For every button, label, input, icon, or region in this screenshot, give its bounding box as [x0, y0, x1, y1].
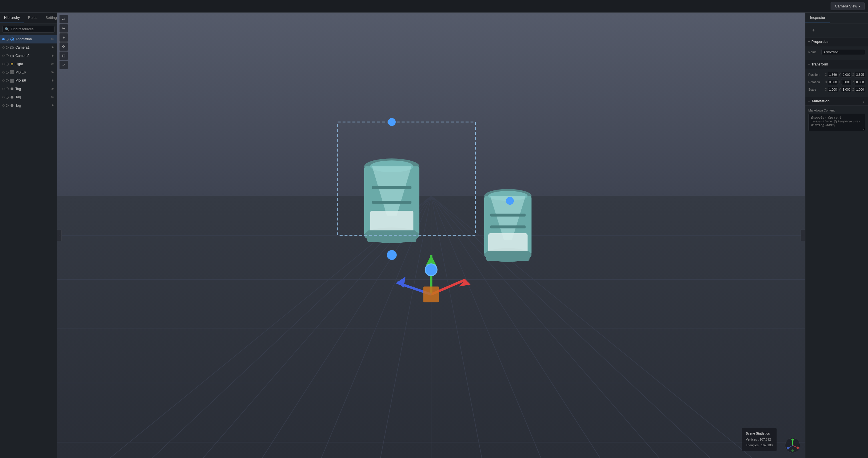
markdown-textarea[interactable]: [808, 114, 865, 131]
visibility-circle: [6, 79, 8, 82]
svg-rect-57: [484, 196, 531, 255]
active-indicator: [2, 55, 5, 57]
scale-z-input[interactable]: [855, 87, 865, 92]
move-icon: ✛: [62, 44, 65, 49]
mixer-icon: [10, 70, 14, 75]
svg-rect-63: [488, 233, 528, 255]
triangles-row: Triangles : 162,180: [746, 442, 773, 448]
svg-point-76: [425, 264, 437, 276]
scale-x-input[interactable]: [828, 87, 838, 92]
list-item[interactable]: MIXER 👁: [0, 68, 57, 77]
active-indicator: [2, 38, 5, 40]
transform-section-header[interactable]: ▾ Transform: [805, 60, 868, 69]
item-label: Tag: [16, 95, 49, 99]
name-row: Name: [808, 49, 865, 55]
viewport[interactable]: ↩ ↪ + ✛ ⊟ ⤢ ‹ › S: [57, 12, 805, 458]
visibility-toggle[interactable]: 👁: [50, 78, 55, 83]
svg-rect-54: [370, 211, 413, 235]
visibility-toggle[interactable]: 👁: [50, 103, 55, 108]
undo-button[interactable]: ↩: [59, 15, 68, 24]
position-y-input[interactable]: [841, 72, 851, 78]
annotation-section-header[interactable]: ▾ Annotation ⋮: [805, 97, 868, 106]
svg-rect-52: [372, 186, 411, 189]
tab-inspector[interactable]: Inspector: [805, 12, 830, 23]
svg-line-69: [431, 280, 466, 294]
svg-point-81: [797, 447, 799, 449]
main-layout: Hierarchy Rules Settings 🔍: [0, 12, 868, 458]
svg-rect-27: [57, 196, 805, 458]
active-indicator: [2, 63, 5, 65]
list-item[interactable]: Camera2 👁: [0, 52, 57, 60]
svg-line-40: [431, 196, 805, 458]
list-item[interactable]: Tag 👁: [0, 102, 57, 110]
rotation-row: Rotation X Y Z: [808, 79, 865, 85]
svg-point-66: [388, 118, 396, 126]
active-indicator: [2, 88, 5, 90]
orientation-gizmo: [784, 437, 801, 453]
expand-right-button[interactable]: ›: [801, 230, 805, 241]
add-button[interactable]: +: [59, 33, 68, 42]
search-input[interactable]: [11, 27, 52, 31]
camera-icon: [10, 54, 14, 58]
tag-icon: [10, 87, 14, 91]
visibility-circle: [6, 87, 8, 90]
tab-rules[interactable]: Rules: [24, 12, 41, 23]
svg-point-68: [506, 197, 514, 205]
list-item[interactable]: Tag 👁: [0, 85, 57, 93]
redo-icon: ↪: [62, 26, 65, 31]
svg-line-28: [57, 196, 431, 458]
add-component-button[interactable]: +: [809, 26, 817, 34]
svg-line-31: [234, 196, 431, 458]
visibility-toggle[interactable]: 👁: [50, 70, 55, 75]
svg-rect-55: [367, 230, 416, 242]
svg-rect-20: [12, 79, 14, 80]
list-item[interactable]: Camera1 👁: [0, 44, 57, 52]
rotation-x-input[interactable]: [828, 79, 838, 85]
list-item[interactable]: Light 👁: [0, 60, 57, 68]
svg-point-83: [787, 447, 789, 450]
visibility-toggle[interactable]: 👁: [50, 95, 55, 99]
visibility-toggle[interactable]: 👁: [50, 62, 55, 66]
svg-rect-19: [10, 79, 12, 80]
panel-tabs: Hierarchy Rules Settings: [0, 12, 57, 24]
scale-inputs: X Y Z: [825, 87, 865, 92]
undo-icon: ↩: [62, 17, 65, 22]
delete-button[interactable]: ⊟: [59, 52, 68, 60]
visibility-toggle[interactable]: 👁: [50, 87, 55, 91]
visibility-toggle[interactable]: 👁: [50, 45, 55, 50]
active-indicator: [2, 80, 5, 82]
name-input[interactable]: [822, 49, 865, 55]
camera-view-button[interactable]: Camera View ▾: [831, 2, 865, 10]
position-z-input[interactable]: [855, 72, 865, 78]
item-label: Light: [16, 62, 49, 66]
scale-y-input[interactable]: [841, 87, 851, 92]
properties-section-header[interactable]: ▾ Properties: [805, 37, 868, 46]
visibility-toggle[interactable]: 👁: [50, 37, 55, 41]
tab-hierarchy[interactable]: Hierarchy: [0, 12, 24, 23]
position-inputs: X Y Z: [825, 72, 865, 78]
visibility-circle: [6, 38, 8, 40]
light-icon: [10, 62, 14, 66]
visibility-toggle[interactable]: 👁: [50, 54, 55, 58]
move-button[interactable]: ✛: [59, 42, 68, 51]
svg-point-84: [792, 450, 794, 452]
rotation-y-input[interactable]: [841, 79, 851, 85]
list-item[interactable]: MIXER 👁: [0, 77, 57, 85]
camera-view-label: Camera View: [835, 4, 857, 8]
svg-point-23: [10, 87, 13, 90]
transform-button[interactable]: ⤢: [59, 61, 68, 69]
svg-point-67: [387, 250, 397, 260]
svg-marker-51: [372, 166, 411, 216]
svg-line-29: [106, 196, 431, 458]
position-x-input[interactable]: [828, 72, 838, 78]
annotation-more-button[interactable]: ⋮: [862, 99, 865, 103]
list-item[interactable]: Annotation 👁: [0, 35, 57, 44]
properties-content: Name: [805, 46, 868, 60]
top-bar: Camera View ▾: [0, 0, 868, 12]
redo-button[interactable]: ↪: [59, 24, 68, 33]
collapse-left-button[interactable]: ‹: [57, 230, 62, 241]
list-item[interactable]: Tag 👁: [0, 93, 57, 102]
search-icon: 🔍: [5, 27, 9, 31]
chevron-down-icon: ▾: [859, 5, 860, 8]
rotation-z-input[interactable]: [855, 79, 865, 85]
